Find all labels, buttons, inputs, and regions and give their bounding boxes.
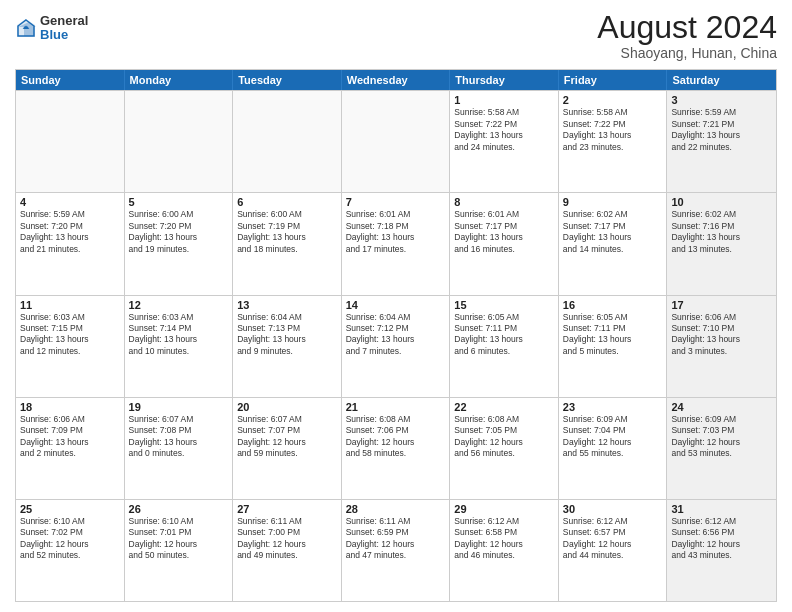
day-number-27: 27: [237, 503, 337, 515]
day-header-saturday: Saturday: [667, 70, 776, 90]
calendar-day-13: 13Sunrise: 6:04 AMSunset: 7:13 PMDayligh…: [233, 296, 342, 397]
day-number-12: 12: [129, 299, 229, 311]
day-details-13: Sunrise: 6:04 AMSunset: 7:13 PMDaylight:…: [237, 312, 337, 358]
calendar-empty-cell: [16, 91, 125, 192]
calendar-day-22: 22Sunrise: 6:08 AMSunset: 7:05 PMDayligh…: [450, 398, 559, 499]
day-details-28: Sunrise: 6:11 AMSunset: 6:59 PMDaylight:…: [346, 516, 446, 562]
day-number-21: 21: [346, 401, 446, 413]
day-number-20: 20: [237, 401, 337, 413]
calendar-day-31: 31Sunrise: 6:12 AMSunset: 6:56 PMDayligh…: [667, 500, 776, 601]
calendar-week-5: 25Sunrise: 6:10 AMSunset: 7:02 PMDayligh…: [16, 499, 776, 601]
calendar-day-12: 12Sunrise: 6:03 AMSunset: 7:14 PMDayligh…: [125, 296, 234, 397]
day-details-24: Sunrise: 6:09 AMSunset: 7:03 PMDaylight:…: [671, 414, 772, 460]
day-details-16: Sunrise: 6:05 AMSunset: 7:11 PMDaylight:…: [563, 312, 663, 358]
day-number-15: 15: [454, 299, 554, 311]
calendar-day-18: 18Sunrise: 6:06 AMSunset: 7:09 PMDayligh…: [16, 398, 125, 499]
day-number-18: 18: [20, 401, 120, 413]
calendar-day-23: 23Sunrise: 6:09 AMSunset: 7:04 PMDayligh…: [559, 398, 668, 499]
day-number-17: 17: [671, 299, 772, 311]
day-details-30: Sunrise: 6:12 AMSunset: 6:57 PMDaylight:…: [563, 516, 663, 562]
day-number-31: 31: [671, 503, 772, 515]
header: General Blue August 2024 Shaoyang, Hunan…: [15, 10, 777, 61]
day-header-monday: Monday: [125, 70, 234, 90]
day-number-6: 6: [237, 196, 337, 208]
calendar-day-4: 4Sunrise: 5:59 AMSunset: 7:20 PMDaylight…: [16, 193, 125, 294]
calendar-empty-cell: [125, 91, 234, 192]
calendar-day-14: 14Sunrise: 6:04 AMSunset: 7:12 PMDayligh…: [342, 296, 451, 397]
calendar-day-11: 11Sunrise: 6:03 AMSunset: 7:15 PMDayligh…: [16, 296, 125, 397]
day-header-wednesday: Wednesday: [342, 70, 451, 90]
day-header-tuesday: Tuesday: [233, 70, 342, 90]
day-details-2: Sunrise: 5:58 AMSunset: 7:22 PMDaylight:…: [563, 107, 663, 153]
day-details-23: Sunrise: 6:09 AMSunset: 7:04 PMDaylight:…: [563, 414, 663, 460]
day-number-16: 16: [563, 299, 663, 311]
day-details-18: Sunrise: 6:06 AMSunset: 7:09 PMDaylight:…: [20, 414, 120, 460]
calendar-day-8: 8Sunrise: 6:01 AMSunset: 7:17 PMDaylight…: [450, 193, 559, 294]
calendar-day-26: 26Sunrise: 6:10 AMSunset: 7:01 PMDayligh…: [125, 500, 234, 601]
calendar-day-24: 24Sunrise: 6:09 AMSunset: 7:03 PMDayligh…: [667, 398, 776, 499]
day-number-22: 22: [454, 401, 554, 413]
calendar-day-30: 30Sunrise: 6:12 AMSunset: 6:57 PMDayligh…: [559, 500, 668, 601]
day-details-5: Sunrise: 6:00 AMSunset: 7:20 PMDaylight:…: [129, 209, 229, 255]
calendar-day-29: 29Sunrise: 6:12 AMSunset: 6:58 PMDayligh…: [450, 500, 559, 601]
day-details-10: Sunrise: 6:02 AMSunset: 7:16 PMDaylight:…: [671, 209, 772, 255]
calendar-day-15: 15Sunrise: 6:05 AMSunset: 7:11 PMDayligh…: [450, 296, 559, 397]
day-number-8: 8: [454, 196, 554, 208]
calendar-week-3: 11Sunrise: 6:03 AMSunset: 7:15 PMDayligh…: [16, 295, 776, 397]
calendar-day-20: 20Sunrise: 6:07 AMSunset: 7:07 PMDayligh…: [233, 398, 342, 499]
day-details-15: Sunrise: 6:05 AMSunset: 7:11 PMDaylight:…: [454, 312, 554, 358]
calendar-week-2: 4Sunrise: 5:59 AMSunset: 7:20 PMDaylight…: [16, 192, 776, 294]
day-number-23: 23: [563, 401, 663, 413]
calendar-empty-cell: [233, 91, 342, 192]
logo-text: General Blue: [40, 14, 88, 43]
calendar-day-16: 16Sunrise: 6:05 AMSunset: 7:11 PMDayligh…: [559, 296, 668, 397]
day-number-2: 2: [563, 94, 663, 106]
day-header-sunday: Sunday: [16, 70, 125, 90]
calendar-day-9: 9Sunrise: 6:02 AMSunset: 7:17 PMDaylight…: [559, 193, 668, 294]
day-details-4: Sunrise: 5:59 AMSunset: 7:20 PMDaylight:…: [20, 209, 120, 255]
title-block: August 2024 Shaoyang, Hunan, China: [597, 10, 777, 61]
day-details-22: Sunrise: 6:08 AMSunset: 7:05 PMDaylight:…: [454, 414, 554, 460]
calendar-day-21: 21Sunrise: 6:08 AMSunset: 7:06 PMDayligh…: [342, 398, 451, 499]
logo: General Blue: [15, 14, 88, 43]
day-number-1: 1: [454, 94, 554, 106]
day-header-thursday: Thursday: [450, 70, 559, 90]
calendar-day-7: 7Sunrise: 6:01 AMSunset: 7:18 PMDaylight…: [342, 193, 451, 294]
logo-icon: [15, 17, 37, 39]
day-details-31: Sunrise: 6:12 AMSunset: 6:56 PMDaylight:…: [671, 516, 772, 562]
day-number-5: 5: [129, 196, 229, 208]
day-number-3: 3: [671, 94, 772, 106]
calendar-empty-cell: [342, 91, 451, 192]
calendar-body: 1Sunrise: 5:58 AMSunset: 7:22 PMDaylight…: [16, 90, 776, 601]
day-details-21: Sunrise: 6:08 AMSunset: 7:06 PMDaylight:…: [346, 414, 446, 460]
day-details-1: Sunrise: 5:58 AMSunset: 7:22 PMDaylight:…: [454, 107, 554, 153]
calendar-week-1: 1Sunrise: 5:58 AMSunset: 7:22 PMDaylight…: [16, 90, 776, 192]
logo-general-label: General: [40, 14, 88, 28]
day-details-19: Sunrise: 6:07 AMSunset: 7:08 PMDaylight:…: [129, 414, 229, 460]
day-number-19: 19: [129, 401, 229, 413]
day-details-14: Sunrise: 6:04 AMSunset: 7:12 PMDaylight:…: [346, 312, 446, 358]
calendar-day-27: 27Sunrise: 6:11 AMSunset: 7:00 PMDayligh…: [233, 500, 342, 601]
calendar-day-17: 17Sunrise: 6:06 AMSunset: 7:10 PMDayligh…: [667, 296, 776, 397]
calendar-week-4: 18Sunrise: 6:06 AMSunset: 7:09 PMDayligh…: [16, 397, 776, 499]
day-details-11: Sunrise: 6:03 AMSunset: 7:15 PMDaylight:…: [20, 312, 120, 358]
calendar-day-3: 3Sunrise: 5:59 AMSunset: 7:21 PMDaylight…: [667, 91, 776, 192]
day-details-25: Sunrise: 6:10 AMSunset: 7:02 PMDaylight:…: [20, 516, 120, 562]
day-number-29: 29: [454, 503, 554, 515]
day-number-26: 26: [129, 503, 229, 515]
day-details-29: Sunrise: 6:12 AMSunset: 6:58 PMDaylight:…: [454, 516, 554, 562]
day-number-14: 14: [346, 299, 446, 311]
calendar-day-25: 25Sunrise: 6:10 AMSunset: 7:02 PMDayligh…: [16, 500, 125, 601]
day-details-6: Sunrise: 6:00 AMSunset: 7:19 PMDaylight:…: [237, 209, 337, 255]
calendar-day-10: 10Sunrise: 6:02 AMSunset: 7:16 PMDayligh…: [667, 193, 776, 294]
day-number-10: 10: [671, 196, 772, 208]
day-details-3: Sunrise: 5:59 AMSunset: 7:21 PMDaylight:…: [671, 107, 772, 153]
calendar-day-28: 28Sunrise: 6:11 AMSunset: 6:59 PMDayligh…: [342, 500, 451, 601]
month-year-title: August 2024: [597, 10, 777, 45]
page: General Blue August 2024 Shaoyang, Hunan…: [0, 0, 792, 612]
day-number-7: 7: [346, 196, 446, 208]
day-details-26: Sunrise: 6:10 AMSunset: 7:01 PMDaylight:…: [129, 516, 229, 562]
calendar-day-5: 5Sunrise: 6:00 AMSunset: 7:20 PMDaylight…: [125, 193, 234, 294]
day-details-17: Sunrise: 6:06 AMSunset: 7:10 PMDaylight:…: [671, 312, 772, 358]
day-header-friday: Friday: [559, 70, 668, 90]
